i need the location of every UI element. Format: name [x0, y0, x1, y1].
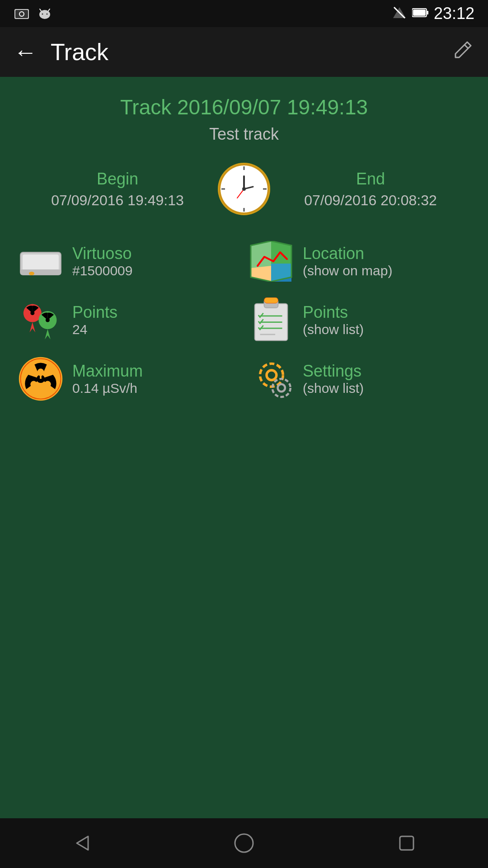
device-text: Virtuoso #1500009: [72, 244, 132, 278]
settings-text: Settings (show list): [303, 362, 364, 396]
signal-off-icon: [392, 5, 407, 22]
points-count-text: Points 24: [72, 303, 117, 337]
svg-point-28: [29, 272, 34, 275]
svg-line-5: [48, 9, 50, 11]
svg-point-7: [47, 14, 48, 15]
status-bar: 23:12: [0, 0, 488, 27]
device-sublabel: #1500009: [72, 263, 132, 278]
clock-icon: [217, 162, 271, 216]
location-sublabel: (show on map): [303, 263, 392, 278]
nav-back-button[interactable]: [63, 825, 99, 861]
maximum-value: 0.14 µSv/h: [72, 381, 143, 396]
svg-rect-61: [400, 836, 413, 850]
points-count-value: 24: [72, 322, 117, 337]
radiation-pins-icon: [18, 297, 63, 343]
svg-point-24: [242, 187, 246, 191]
svg-line-13: [465, 45, 468, 48]
back-button[interactable]: ←: [14, 40, 37, 64]
maximum-text: Maximum 0.14 µSv/h: [72, 362, 143, 396]
track-title: Track 2016/09/07 19:49:13: [18, 95, 470, 119]
points-count-label: Points: [72, 303, 117, 322]
edit-button[interactable]: [451, 38, 474, 66]
settings-item[interactable]: Settings (show list): [249, 356, 470, 401]
map-icon: [249, 239, 294, 284]
begin-date: 07/09/2016 19:49:13: [18, 192, 217, 209]
end-label: End: [271, 170, 470, 189]
device-icon: [18, 239, 63, 284]
settings-icon: [249, 356, 294, 401]
status-time: 23:12: [434, 4, 474, 23]
svg-rect-27: [20, 269, 61, 275]
track-header: Track 2016/09/07 19:49:13 Test track: [18, 95, 470, 144]
status-left: [14, 5, 53, 22]
svg-rect-40: [264, 297, 278, 303]
svg-point-57: [278, 384, 285, 392]
points-count-item[interactable]: Points 24: [18, 297, 239, 343]
nav-recent-button[interactable]: [389, 825, 425, 861]
location-text: Location (show on map): [303, 244, 392, 278]
android-icon: [37, 5, 53, 22]
points-list-text: Points (show list): [303, 303, 364, 337]
svg-rect-1: [15, 10, 28, 18]
svg-rect-11: [427, 11, 428, 14]
photo-icon: [14, 5, 30, 22]
points-list-sublabel: (show list): [303, 322, 364, 337]
svg-point-49: [30, 381, 37, 388]
location-label: Location: [303, 244, 392, 263]
svg-point-56: [260, 363, 283, 387]
begin-block: Begin 07/09/2016 19:49:13: [18, 170, 217, 209]
settings-label: Settings: [303, 362, 364, 381]
svg-rect-12: [413, 9, 426, 16]
svg-point-50: [44, 381, 51, 388]
items-grid: Virtuoso #1500009: [18, 239, 470, 401]
points-list-item[interactable]: Points (show list): [249, 297, 470, 343]
bottom-nav: [0, 818, 488, 868]
nav-home-button[interactable]: [226, 825, 262, 861]
device-item[interactable]: Virtuoso #1500009: [18, 239, 239, 284]
svg-point-6: [42, 14, 43, 15]
radiation-icon: [18, 356, 63, 401]
points-list-label: Points: [303, 303, 364, 322]
svg-point-3: [39, 10, 50, 19]
svg-point-55: [267, 370, 277, 380]
location-item[interactable]: Location (show on map): [249, 239, 470, 284]
end-date: 07/09/2016 20:08:32: [271, 192, 470, 209]
maximum-label: Maximum: [72, 362, 143, 381]
begin-label: Begin: [18, 170, 217, 189]
status-right: 23:12: [392, 4, 474, 23]
svg-point-58: [272, 379, 291, 397]
battery-icon: [412, 8, 428, 19]
svg-point-60: [235, 834, 253, 852]
track-subtitle: Test track: [18, 125, 470, 144]
page-title: Track: [51, 38, 451, 66]
maximum-item[interactable]: Maximum 0.14 µSv/h: [18, 356, 239, 401]
svg-marker-59: [77, 836, 88, 850]
time-section: Begin 07/09/2016 19:49:13: [18, 162, 470, 216]
svg-line-4: [40, 9, 41, 11]
settings-sublabel: (show list): [303, 381, 364, 396]
end-block: End 07/09/2016 20:08:32: [271, 170, 470, 209]
main-content: Track 2016/09/07 19:49:13 Test track Beg…: [0, 77, 488, 818]
device-label: Virtuoso: [72, 244, 132, 263]
app-bar: ← Track: [0, 27, 488, 77]
list-icon: [249, 297, 294, 343]
